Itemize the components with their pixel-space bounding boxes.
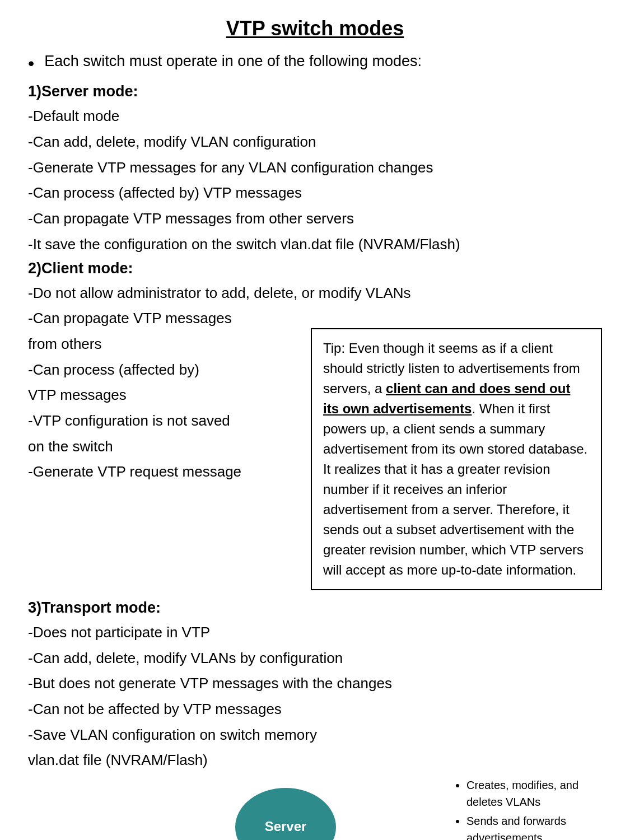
tip-suffix: . When it first powers up, a client send… xyxy=(323,401,587,577)
transport-item-0: -Does not participate in VTP xyxy=(28,622,602,643)
vtp-diagram: Creates, modifies, and deletes VLANs Sen… xyxy=(28,777,602,840)
transport-item-2: -But does not generate VTP messages with… xyxy=(28,673,602,694)
client-mode-section: 2)Client mode: -Do not allow administrat… xyxy=(28,260,602,596)
server-item-3: -Can process (affected by) VTP messages xyxy=(28,183,602,204)
client-item-0: -Do not allow administrator to add, dele… xyxy=(28,283,602,304)
server-item-4: -Can propagate VTP messages from other s… xyxy=(28,208,602,230)
server-item-1: -Can add, delete, modify VLAN configurat… xyxy=(28,132,602,153)
transport-item-4: -Save VLAN configuration on switch memor… xyxy=(28,725,602,746)
transport-mode-heading: 3)Transport mode: xyxy=(28,599,602,617)
transport-mode-section: 3)Transport mode: -Does not participate … xyxy=(28,599,602,771)
svg-text:Server: Server xyxy=(265,819,307,834)
server-item-2: -Generate VTP messages for any VLAN conf… xyxy=(28,157,602,179)
page-title: VTP switch modes xyxy=(28,17,602,40)
client-item-1: -Can propagate VTP messages xyxy=(28,308,602,329)
bullet-icon: • xyxy=(28,53,34,74)
intro-line: • Each switch must operate in one of the… xyxy=(28,53,602,74)
transport-item-3: -Can not be affected by VTP messages xyxy=(28,699,602,720)
client-mode-heading: 2)Client mode: xyxy=(28,260,602,277)
server-item-0: -Default mode xyxy=(28,106,602,127)
transport-item-5: vlan.dat file (NVRAM/Flash) xyxy=(28,750,602,771)
server-item-5: -It save the configuration on the switch… xyxy=(28,234,602,255)
server-mode-heading: 1)Server mode: xyxy=(28,83,602,100)
transport-item-1: -Can add, delete, modify VLANs by config… xyxy=(28,648,602,669)
diagram-svg: Server Client Transparent xyxy=(28,777,602,840)
tip-box: Tip: Even though it seems as if a client… xyxy=(311,328,602,590)
server-mode-section: 1)Server mode: -Default mode -Can add, d… xyxy=(28,83,602,255)
